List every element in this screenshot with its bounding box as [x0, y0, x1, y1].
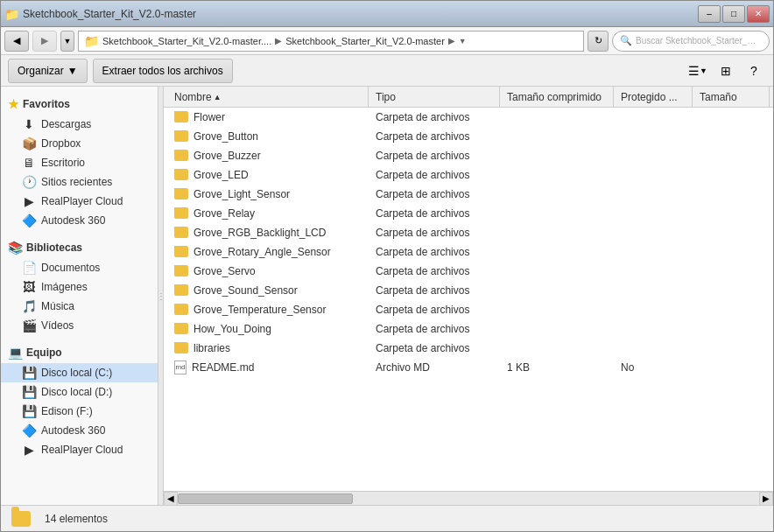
escritorio-label: Escritorio	[41, 157, 85, 169]
col-header-type[interactable]: Tipo	[369, 87, 500, 107]
autodesk-equipo-icon: 🔷	[22, 424, 36, 438]
table-row[interactable]: Grove_ButtonCarpeta de archivos	[164, 127, 773, 146]
col-name-sort-icon: ▲	[214, 93, 222, 102]
search-box[interactable]: 🔍 Buscar Sketchbook_Starter_Kit_V2.0-m..…	[612, 31, 770, 52]
sidebar-item-f-drive[interactable]: 💾 Edison (F:)	[1, 402, 158, 421]
file-name-cell: Grove_Sound_Sensor	[167, 284, 369, 297]
sidebar-item-escritorio[interactable]: 🖥 Escritorio	[1, 153, 158, 172]
folder-icon	[174, 246, 188, 257]
scroll-left-button[interactable]: ◀	[164, 492, 178, 506]
file-name-cell: mdREADME.md	[167, 360, 369, 374]
table-row[interactable]: Grove_BuzzerCarpeta de archivos	[164, 146, 773, 165]
file-name-cell: Grove_Button	[167, 130, 369, 143]
table-row[interactable]: FlowerCarpeta de archivos	[164, 108, 773, 127]
title-bar-buttons: – □ ✕	[698, 5, 770, 23]
musica-label: Música	[41, 300, 74, 312]
libraries-header[interactable]: 📚 Bibliotecas	[1, 237, 158, 258]
sidebar-section-equipo: 💻 Equipo 💾 Disco local (C:) 💾 Disco loca…	[1, 342, 158, 459]
refresh-button[interactable]: ↻	[588, 31, 609, 52]
table-row[interactable]: How_You_DoingCarpeta de archivos	[164, 319, 773, 339]
favorites-header[interactable]: ★ Favoritos	[1, 94, 158, 115]
col-header-name[interactable]: Nombre ▲	[167, 87, 369, 107]
equipo-header[interactable]: 💻 Equipo	[1, 342, 158, 363]
sidebar-item-realplayer[interactable]: ▶ RealPlayer Cloud	[1, 192, 158, 211]
table-row[interactable]: Grove_Sound_SensorCarpeta de archivos	[164, 281, 773, 300]
file-type-cell: Carpeta de archivos	[369, 342, 500, 354]
scroll-right-button[interactable]: ▶	[759, 492, 773, 506]
sidebar-item-descargas[interactable]: ⬇ Descargas	[1, 115, 158, 134]
path-arrow-2: ▶	[448, 36, 455, 46]
dropdown-button[interactable]: ▼	[60, 31, 74, 52]
file-name: How_You_Doing	[194, 323, 271, 335]
realplayer-label: RealPlayer Cloud	[41, 195, 123, 207]
sidebar-item-musica[interactable]: 🎵 Música	[1, 297, 158, 316]
table-row[interactable]: Grove_RelayCarpeta de archivos	[164, 204, 773, 223]
back-icon: ◀	[13, 35, 20, 46]
back-button[interactable]: ◀	[4, 31, 29, 52]
table-row[interactable]: mdREADME.mdArchivo MD1 KBNo	[164, 358, 773, 377]
scroll-thumb[interactable]	[178, 494, 353, 504]
autodesk-icon: 🔷	[22, 214, 36, 228]
table-row[interactable]: Grove_ServoCarpeta de archivos	[164, 262, 773, 281]
file-icon: md	[174, 360, 186, 374]
table-row[interactable]: Grove_Light_SensorCarpeta de archivos	[164, 185, 773, 204]
folder-icon	[174, 207, 188, 219]
sitios-recientes-label: Sitios recientes	[41, 176, 112, 188]
sidebar-item-videos[interactable]: 🎬 Vídeos	[1, 316, 158, 335]
minimize-button[interactable]: –	[698, 5, 721, 23]
forward-icon: ▶	[41, 35, 48, 46]
sidebar-item-autodesk[interactable]: 🔷 Autodesk 360	[1, 211, 158, 230]
help-button[interactable]: ?	[742, 59, 766, 83]
toolbar-right: ☰ ▼ ⊞ ?	[686, 59, 766, 83]
sidebar-item-autodesk-equipo[interactable]: 🔷 Autodesk 360	[1, 421, 158, 440]
descargas-label: Descargas	[41, 118, 91, 130]
videos-label: Vídeos	[41, 319, 74, 332]
file-name-cell: How_You_Doing	[167, 323, 369, 335]
view-toggle-button[interactable]: ☰ ▼	[686, 59, 710, 83]
file-name-cell: libraries	[167, 342, 369, 354]
file-name-cell: Grove_Light_Sensor	[167, 188, 369, 200]
sidebar-item-sitios-recientes[interactable]: 🕐 Sitios recientes	[1, 172, 158, 192]
file-type-cell: Carpeta de archivos	[369, 265, 500, 277]
sidebar-section-libraries: 📚 Bibliotecas 📄 Documentos 🖼 Imágenes 🎵 …	[1, 237, 158, 335]
refresh-icon: ↻	[595, 35, 602, 46]
table-row[interactable]: Grove_RGB_Backlight_LCDCarpeta de archiv…	[164, 223, 773, 242]
extract-button[interactable]: Extraer todos los archivos	[93, 59, 233, 83]
file-type-cell: Archivo MD	[369, 361, 500, 374]
organize-button[interactable]: Organizar ▼	[8, 59, 88, 83]
documentos-label: Documentos	[41, 262, 100, 274]
scroll-track[interactable]	[178, 492, 759, 505]
sidebar-item-d-drive[interactable]: 💾 Disco local (D:)	[1, 382, 158, 402]
sidebar-item-c-drive[interactable]: 💾 Disco local (C:)	[1, 363, 158, 382]
horizontal-scrollbar[interactable]: ◀ ▶	[164, 491, 773, 505]
escritorio-icon: 🖥	[22, 156, 36, 170]
table-row[interactable]: Grove_LEDCarpeta de archivos	[164, 165, 773, 185]
col-header-compressed[interactable]: Tamaño comprimido	[500, 87, 614, 107]
file-name: libraries	[194, 342, 230, 354]
table-row[interactable]: Grove_Rotary_Angle_SensorCarpeta de arch…	[164, 242, 773, 262]
address-path[interactable]: 📁 Sketchbook_Starter_Kit_V2.0-master....…	[78, 31, 584, 52]
close-button[interactable]: ✕	[747, 5, 770, 23]
col-header-size[interactable]: Tamaño	[693, 87, 770, 107]
path-segment-2: Sketchbook_Starter_Kit_V2.0-master	[285, 36, 445, 46]
file-name-cell: Grove_LED	[167, 169, 369, 181]
sidebar-item-realplayer-equipo[interactable]: ▶ RealPlayer Cloud	[1, 440, 158, 459]
file-name: Grove_Sound_Sensor	[194, 284, 298, 297]
file-protected-cell: No	[614, 361, 693, 374]
maximize-button[interactable]: □	[722, 5, 745, 23]
file-name-cell: Grove_Buzzer	[167, 150, 369, 162]
equipo-icon: 💻	[8, 346, 23, 360]
col-header-protected[interactable]: Protegido ...	[614, 87, 693, 107]
sidebar-item-dropbox[interactable]: 📦 Dropbox	[1, 134, 158, 153]
forward-button[interactable]: ▶	[32, 31, 57, 52]
layout-button[interactable]: ⊞	[714, 59, 738, 83]
table-row[interactable]: Grove_Temperature_SensorCarpeta de archi…	[164, 300, 773, 319]
table-row[interactable]: librariesCarpeta de archivos	[164, 339, 773, 358]
status-bar: 14 elementos	[1, 505, 773, 531]
sidebar-item-imagenes[interactable]: 🖼 Imágenes	[1, 277, 158, 297]
file-name: Grove_Button	[194, 130, 258, 143]
sidebar-item-documentos[interactable]: 📄 Documentos	[1, 258, 158, 277]
file-name-cell: Grove_Temperature_Sensor	[167, 304, 369, 316]
favorites-label: Favoritos	[23, 98, 70, 110]
imagenes-icon: 🖼	[22, 280, 36, 294]
